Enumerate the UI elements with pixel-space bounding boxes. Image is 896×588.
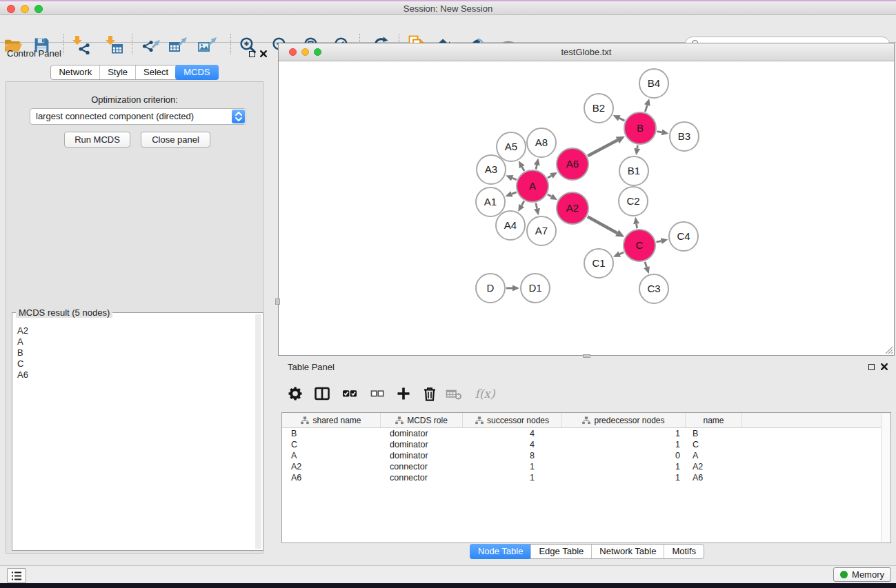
column-header-name[interactable]: name <box>686 413 742 427</box>
table-cell: 0 <box>562 450 686 461</box>
tab-network[interactable]: Network <box>51 65 99 79</box>
column-header-shared-name[interactable]: shared name <box>282 413 381 427</box>
graph-node-B2[interactable]: B2 <box>584 94 613 123</box>
table-panel-close-button[interactable] <box>879 362 889 372</box>
graph-node-C3[interactable]: C3 <box>639 274 668 303</box>
table-body: Bdominator41BCdominator41CAdominator80AA… <box>282 428 890 483</box>
graph-node-A4[interactable]: A4 <box>496 211 525 240</box>
table-row[interactable]: Bdominator41B <box>282 428 890 439</box>
node-label: D1 <box>528 282 541 294</box>
tab-mcds[interactable]: MCDS <box>175 65 218 80</box>
task-history-button[interactable] <box>7 568 26 583</box>
tab-network-table[interactable]: Network Table <box>591 545 664 558</box>
table-row[interactable]: A2connector11A2 <box>282 461 890 472</box>
network-canvas[interactable]: AA1A2A3A4A5A6A7A8BB1B2B3B4CC1C2C3C4DD1 <box>279 61 894 355</box>
graph-node-B3[interactable]: B3 <box>670 122 699 151</box>
tab-edge-table[interactable]: Edge Table <box>530 545 591 558</box>
graph-edge-C-C2[interactable] <box>637 224 637 229</box>
graph-node-B1[interactable]: B1 <box>619 156 648 185</box>
graph-node-C4[interactable]: C4 <box>669 222 698 251</box>
mcds-result-item[interactable]: A6 <box>17 369 255 381</box>
export-network-button[interactable] <box>141 34 161 56</box>
graph-edge-C-C3[interactable] <box>645 262 647 267</box>
graph-node-A5[interactable]: A5 <box>497 132 526 161</box>
table-row[interactable]: A6connector11A6 <box>282 472 890 483</box>
table-scrollbar[interactable] <box>881 414 890 542</box>
column-header-mcds-role[interactable]: MCDS role <box>381 413 463 427</box>
graph-node-A8[interactable]: A8 <box>527 128 556 157</box>
graph-edge-arrowhead <box>661 129 669 135</box>
function-builder-button[interactable]: f(x) <box>471 383 499 405</box>
window-left-resize-handle[interactable] <box>275 298 280 305</box>
tab-node-table[interactable]: Node Table <box>470 544 532 559</box>
graph-node-D[interactable]: D <box>476 274 505 303</box>
graph-edge-A-A6[interactable] <box>548 176 551 178</box>
table-cell: A <box>686 450 742 461</box>
graph-edge-arrowhead <box>512 285 519 292</box>
graph-edge-A2-C[interactable] <box>588 216 617 233</box>
delete-column-button[interactable] <box>419 383 441 405</box>
import-table-button[interactable] <box>103 34 124 56</box>
import-network-button[interactable] <box>70 34 91 56</box>
create-column-button[interactable] <box>392 383 415 405</box>
optimization-criterion-select[interactable]: largest connected component (directed) <box>30 108 246 125</box>
graph-edge-C-C4[interactable] <box>656 241 661 242</box>
graph-edge-A-A5[interactable] <box>522 167 524 171</box>
graph-edge-B-B1[interactable] <box>637 145 638 149</box>
graph-node-A6[interactable]: A6 <box>557 148 588 180</box>
window-bottom-resize-handle[interactable] <box>583 354 590 358</box>
close-panel-button[interactable]: Close panel <box>141 132 210 148</box>
graph-edge-A-A2[interactable] <box>548 194 551 196</box>
export-table-button[interactable] <box>168 34 188 56</box>
export-image-button[interactable] <box>197 34 217 56</box>
graph-node-A1[interactable]: A1 <box>476 187 505 216</box>
tab-style[interactable]: Style <box>99 65 135 79</box>
table-cell: A <box>282 450 381 461</box>
graph-node-A[interactable]: A <box>517 170 548 202</box>
column-header-successor-nodes[interactable]: successor nodes <box>463 413 562 427</box>
graph-node-A3[interactable]: A3 <box>477 155 506 184</box>
graph-node-B4[interactable]: B4 <box>639 69 668 98</box>
mcds-result-item[interactable]: A <box>17 336 255 347</box>
export-image-icon <box>197 35 217 54</box>
table-row[interactable]: Adominator80A <box>282 450 890 461</box>
deselect-all-columns-button[interactable] <box>366 383 388 405</box>
tab-motifs[interactable]: Motifs <box>664 545 704 558</box>
memory-button[interactable]: Memory <box>833 567 891 582</box>
control-panel-float-button[interactable] <box>247 49 257 59</box>
graph-edge-A-A8[interactable] <box>536 165 537 169</box>
graph-node-B[interactable]: B <box>624 112 656 144</box>
mcds-result-item[interactable]: C <box>17 358 255 369</box>
table-panel-float-button[interactable] <box>866 362 876 372</box>
control-panel-close-button[interactable] <box>259 49 268 59</box>
mcds-result-item[interactable]: B <box>17 347 255 358</box>
tab-select[interactable]: Select <box>135 65 176 79</box>
graph-edge-B-B3[interactable] <box>657 132 662 132</box>
graph-edge-A6-B[interactable] <box>588 140 617 156</box>
graph-edge-B-B4[interactable] <box>645 105 647 112</box>
graph-edge-A-A4[interactable] <box>521 201 524 205</box>
select-all-columns-button[interactable] <box>339 383 361 405</box>
graph-edge-A-A3[interactable] <box>512 178 517 179</box>
table-row[interactable]: Cdominator41C <box>282 439 890 450</box>
mcds-result-list[interactable]: A2ABCA6 <box>14 318 255 549</box>
run-mcds-button[interactable]: Run MCDS <box>64 132 130 148</box>
table-options-button[interactable] <box>284 383 306 405</box>
resize-grip-icon[interactable] <box>884 345 893 354</box>
delete-table-button[interactable] <box>443 383 465 405</box>
graph-node-D1[interactable]: D1 <box>521 274 550 303</box>
graph-edge-B-B2[interactable] <box>619 118 625 121</box>
graph-node-C[interactable]: C <box>624 230 655 261</box>
graph-node-C1[interactable]: C1 <box>584 249 613 278</box>
graph-edge-A-A7[interactable] <box>536 203 537 209</box>
graph-node-A7[interactable]: A7 <box>527 216 556 245</box>
show-columns-button[interactable] <box>311 383 333 405</box>
column-header-predecessor-nodes[interactable]: predecessor nodes <box>562 413 686 427</box>
export-network-icon <box>141 35 161 54</box>
graph-edge-A-A1[interactable] <box>512 192 517 194</box>
mcds-result-scrollbar[interactable] <box>255 314 261 549</box>
graph-edge-C-C1[interactable] <box>619 252 624 254</box>
graph-node-A2[interactable]: A2 <box>557 192 588 224</box>
mcds-result-item[interactable]: A2 <box>17 325 255 336</box>
graph-node-C2[interactable]: C2 <box>619 187 648 216</box>
